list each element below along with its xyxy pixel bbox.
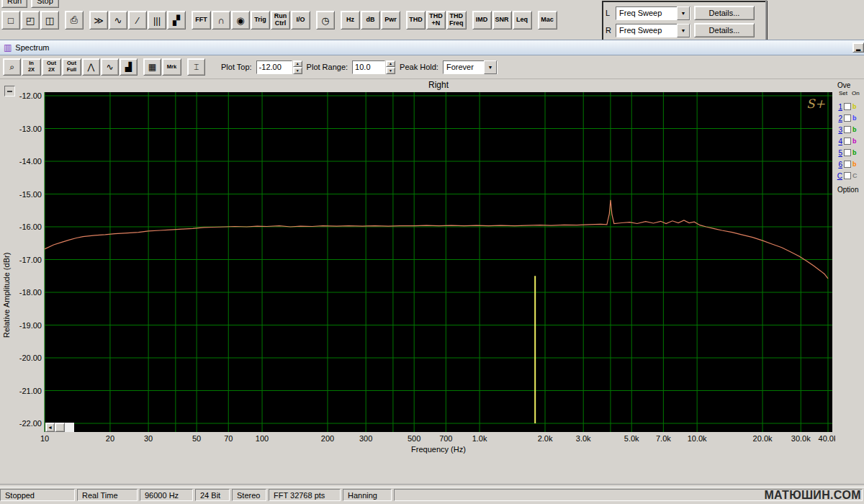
overlay-row: CC [836,170,864,181]
marker-button[interactable]: Mrk [162,58,181,76]
save-icon[interactable]: ◫ [40,11,59,30]
print-icon[interactable]: ⎙ [65,11,84,30]
channel-dock: L Freq Sweep ▼ Details... R Freq Sweep ▼… [602,1,768,42]
app-window: Run Stop □◰◫⎙≫∿∕|||▞FFT∩◉TrigRun CtrlI/O… [0,0,864,504]
waveform-icon[interactable]: ∿ [109,11,127,30]
analyzer-icon[interactable]: ◉ [231,11,250,30]
thd-button[interactable]: THD [406,11,426,30]
slope-icon[interactable]: ∕ [128,11,147,30]
left-channel-row: L Freq Sweep ▼ Details... [606,6,764,21]
scale-icon[interactable]: ⌶ [187,58,205,76]
overlay-checkbox[interactable] [844,149,851,156]
timer-icon[interactable]: ◷ [316,11,335,30]
overlay-number-link[interactable]: 1 [837,103,842,111]
x-tick-label: 700 [439,434,452,443]
chevron-down-icon[interactable]: ▼ [484,60,497,74]
x-tick-label: 30.0k [791,434,811,443]
overlay-checkbox[interactable] [844,161,851,168]
y-tick-label: -17.00 [19,256,42,264]
overlay-row: 5b [836,147,864,158]
x-tick-label: 10 [40,434,49,443]
zoom-out-full-button[interactable]: Out Full [62,58,81,76]
overlay-number-link[interactable]: 2 [837,114,842,122]
y-tick-label: -16.00 [19,222,42,231]
y-tick-label: -20.00 [19,354,42,362]
spin-up-icon[interactable]: ▲ [293,60,302,68]
overlay-number-link[interactable]: 5 [837,149,842,157]
overlay-checkbox[interactable] [844,138,851,145]
scrollbar-thumb[interactable] [55,423,65,432]
overlay-checkbox[interactable] [844,126,851,133]
spectral-lines-icon[interactable]: ||| [148,11,166,30]
spectrogram-icon[interactable]: ▞ [167,11,186,30]
peak-hold-select[interactable]: Forever ▼ [443,60,498,74]
peak-curve-icon[interactable]: ⋀ [82,58,100,76]
overlay-column-headers: Set On [839,90,860,96]
spin-up-icon[interactable]: ▲ [386,60,395,68]
overlay-number-link[interactable]: 3 [837,126,842,134]
overlay-row: 3b [836,124,864,135]
run-stop-controls: Run Stop [1,0,59,8]
macro-button[interactable]: Mac [538,11,557,30]
thd-freq-button[interactable]: THD Freq [446,11,467,30]
trigger-button[interactable]: Trig [251,11,270,30]
overlay-number-link[interactable]: C [837,172,842,180]
snr-button[interactable]: SNR [492,11,512,30]
left-channel-mode-select[interactable]: Freq Sweep ▼ [616,6,690,20]
plot-scrollbar[interactable]: ◄ [45,423,74,432]
collapse-plot-button[interactable] [4,86,15,96]
toolbar-group: ⎙ [65,11,84,30]
zoom-in-2x-button[interactable]: In 2X [22,58,41,76]
overlay-checkbox[interactable] [844,114,851,122]
left-details-button[interactable]: Details... [694,6,755,20]
chevron-down-icon[interactable]: ▼ [677,6,690,20]
run-button[interactable]: Run [1,0,27,8]
window-buttons: ▂ ▢ ✕ [852,42,864,53]
overlay-checkbox[interactable] [844,172,851,179]
stop-button[interactable]: Stop [31,0,59,8]
x-tick-label: 5.0k [624,434,639,443]
spin-down-icon[interactable]: ▼ [293,67,302,74]
plot-range-input[interactable] [352,60,385,74]
power-button[interactable]: Pwr [381,11,400,30]
leq-button[interactable]: Leq [513,11,532,30]
plot-range-label: Plot Range: [307,63,348,71]
plot-top-input[interactable] [256,60,292,74]
spectrum-plot[interactable]: -12.00-13.00-14.00-15.00-16.00-17.00-18.… [0,79,835,485]
fft-button[interactable]: FFT [192,11,211,30]
overlay-header[interactable]: Ove [837,81,850,89]
window-function-icon[interactable]: ∩ [212,11,230,30]
right-details-button[interactable]: Details... [694,23,755,37]
open-file-icon[interactable]: ◰ [21,11,40,30]
status-bar: StoppedReal Time96000 Hz24 BitStereoFFT … [0,487,864,503]
minimize-button[interactable]: ▂ [852,42,864,53]
imd-button[interactable]: IMD [472,11,492,30]
spectrum-toolbar: ⌕In 2XOut 2XOut Full⋀∿▟▦Mrk⌶ Plot Top: ▲… [0,55,864,79]
spectrum-titlebar[interactable]: ▥ Spectrum ▂ ▢ ✕ [0,40,864,55]
run-control-button[interactable]: Run Ctrl [271,11,290,30]
overlay-number-link[interactable]: 6 [837,161,842,168]
chevron-down-icon[interactable]: ▼ [677,24,690,37]
zoom-out-2x-button[interactable]: Out 2X [42,58,61,76]
io-button[interactable]: I/O [291,11,310,30]
status-segment: 24 Bit [195,489,230,501]
new-file-icon[interactable]: □ [1,11,20,30]
spin-down-icon[interactable]: ▼ [386,67,395,74]
hz-button[interactable]: Hz [341,11,360,30]
spectrum-curve-icon[interactable]: ∿ [101,58,119,76]
bar-display-icon[interactable]: ▟ [120,58,138,76]
db-button[interactable]: dB [361,11,380,30]
fast-forward-icon[interactable]: ≫ [89,11,108,30]
spectrum-toolbar-icons: ⌕In 2XOut 2XOut Full⋀∿▟▦Mrk⌶ [3,58,205,76]
right-channel-mode-select[interactable]: Freq Sweep ▼ [616,24,690,37]
scroll-left-icon[interactable]: ◄ [45,423,55,432]
y-axis-label: Relative Amplitude (dBr) [2,253,11,338]
overlay-number-link[interactable]: 4 [837,138,842,145]
thd-n-button[interactable]: THD +N [426,11,446,30]
data-table-icon[interactable]: ▦ [143,58,161,76]
overlay-color-tag: b [852,149,857,156]
overlay-checkbox[interactable] [844,103,851,110]
overlay-options-link[interactable]: Option [837,186,858,194]
plot-background [45,92,832,432]
zoom-icon[interactable]: ⌕ [3,58,21,76]
